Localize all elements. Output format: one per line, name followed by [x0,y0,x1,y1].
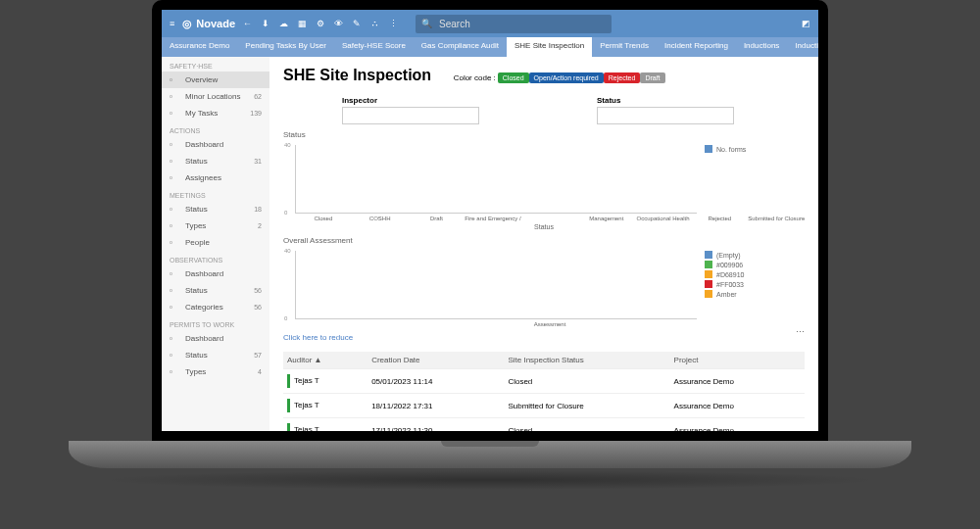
sidebar-section: MEETINGS [162,186,270,201]
legend-label: #009906 [716,262,743,268]
sidebar-item-people[interactable]: ▫People [162,234,270,251]
x-tick-label: Occupational Health [635,216,692,221]
sidebar-item-icon: ▫ [170,351,179,360]
sidebar-item-icon: ▫ [170,334,179,343]
x-tick-label: Fire and Emergency / First Aid [465,216,521,221]
edit-icon[interactable]: ✎ [353,19,361,28]
x-tick-label: Management [578,216,635,221]
tab-induction-qr-code[interactable]: Induction QR Code [787,37,818,57]
sidebar-item-label: Categories [185,303,223,312]
menu-icon[interactable]: ≡ [170,19,174,28]
sidebar-item-icon: ▫ [170,205,179,214]
sidebar-item-label: Dashboard [185,140,223,149]
tab-permit-trends[interactable]: Permit Trends [592,37,657,57]
sidebar-item-icon: ▫ [170,109,179,118]
sidebar-item-icon: ▫ [170,173,179,182]
tab-she-site-inspection[interactable]: SHE Site Inspection [507,37,592,57]
brand-name: Novade [196,18,235,29]
x-tick-label [635,321,692,327]
sidebar-item-dashboard[interactable]: ▫Dashboard [162,265,270,282]
sidebar-item-status[interactable]: ▫Status31 [162,153,270,169]
chart-title: Overall Assessment [283,236,805,245]
sidebar-item-status[interactable]: ▫Status57 [162,347,270,363]
x-axis-label: Status [283,223,805,230]
table-cell: Tejas T [283,394,368,418]
table-header[interactable]: Auditor ▲ [283,352,368,369]
table-cell: Submitted for Closure [504,394,669,418]
legend-label: No. forms [716,146,746,153]
legend-label: (Empty) [716,252,741,259]
sidebar-section: ACTIONS [162,121,270,136]
sidebar-item-my-tasks[interactable]: ▫My Tasks139 [162,105,270,121]
legend-label: #FF0033 [716,281,744,288]
sidebar-item-minor-locations[interactable]: ▫Minor Locations62 [162,88,270,105]
download-icon[interactable]: ⬇ [262,19,270,28]
sidebar-item-categories[interactable]: ▫Categories56 [162,299,270,315]
sidebar-badge: 56 [254,287,262,294]
sidebar-item-label: Minor Locations [185,92,240,101]
tab-inductions[interactable]: Inductions [736,37,787,57]
x-tick-label [352,321,409,327]
tab-gas-compliance-audit[interactable]: Gas Compliance Audit [414,37,507,57]
legend-swatch [705,280,712,288]
table-header[interactable]: Site Inspection Status [504,352,669,369]
sidebar-item-icon: ▫ [170,92,179,101]
table-cell: Closed [504,418,669,432]
color-chip: Draft [640,72,664,83]
sidebar-item-dashboard[interactable]: ▫Dashboard [162,136,270,153]
users-icon[interactable]: ⛬ [370,19,379,28]
sidebar-item-types[interactable]: ▫Types2 [162,217,270,234]
tab-pending-tasks-by-user[interactable]: Pending Tasks By User [237,37,334,57]
search-icon: 🔍 [421,19,432,28]
sidebar-badge: 31 [254,158,262,165]
chart: 040 [295,145,697,214]
table-cell: Assurance Demo [670,369,805,394]
table-row[interactable]: Tejas T05/01/2023 11:14ClosedAssurance D… [283,369,805,394]
color-chip: Rejected [604,72,641,83]
sidebar-item-icon: ▫ [170,303,179,312]
row-status-bar [287,423,290,431]
tab-assurance-demo[interactable]: Assurance Demo [162,37,237,57]
table-header[interactable]: Creation Date [368,352,504,369]
color-chip: Open/Action required [529,72,604,83]
table-more-icon[interactable]: ⋯ [796,327,805,337]
sidebar-item-label: Dashboard [185,269,223,278]
gear-icon[interactable]: ⚙ [317,19,324,28]
sidebar-section: OBSERVATIONS [162,251,270,265]
status-input[interactable] [597,107,734,124]
sidebar-item-overview[interactable]: ▫Overview [162,72,270,88]
row-status-bar [287,374,290,388]
legend-label: Amber [716,291,737,298]
inspector-input[interactable] [342,107,479,124]
tab-incident-reporting[interactable]: Incident Reporting [657,37,736,57]
x-tick-label [691,321,748,327]
sidebar-item-icon: ▫ [170,75,179,84]
cloud-icon[interactable]: ☁ [279,19,288,28]
sidebar-item-icon: ▫ [170,238,179,247]
eye-icon[interactable]: 👁 [334,19,343,28]
sidebar-item-dashboard[interactable]: ▫Dashboard [162,330,270,347]
chart-legend: No. forms [697,141,805,216]
legend-swatch [705,251,712,259]
tab-safety-hse-score[interactable]: Safety-HSE Score [334,37,414,57]
sidebar-item-status[interactable]: ▫Status56 [162,282,270,299]
reduce-link[interactable]: Click here to reduce [283,333,353,342]
sidebar-section: PERMITS TO WORK [162,315,270,330]
table-row[interactable]: Tejas T18/11/2022 17:31Submitted for Clo… [283,394,805,418]
sidebar-item-status[interactable]: ▫Status18 [162,201,270,217]
search-input[interactable] [416,15,612,33]
sidebar-section: SAFETY·HSE [162,57,270,72]
table-row[interactable]: Tejas T17/11/2022 11:30ClosedAssurance D… [283,418,805,432]
sidebar-item-icon: ▫ [170,286,179,295]
table-header[interactable]: Project [670,352,805,369]
sidebar-badge: 2 [258,222,262,229]
account-icon[interactable]: ◩ [802,19,810,28]
legend-swatch [705,145,712,153]
more-icon[interactable]: ⋮ [389,19,398,28]
sidebar-item-icon: ▫ [170,157,179,166]
sidebar-item-types[interactable]: ▫Types4 [162,363,270,380]
back-icon[interactable]: ← [243,19,252,28]
brand-logo[interactable]: ◎ Novade [182,18,235,30]
calendar-icon[interactable]: ▦ [298,19,307,28]
sidebar-item-assignees[interactable]: ▫Assignees [162,169,270,186]
